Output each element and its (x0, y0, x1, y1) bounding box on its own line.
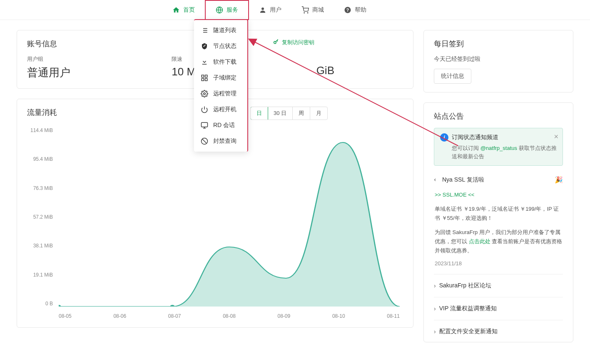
svg-rect-13 (205, 75, 207, 77)
chevron-right-icon: › (434, 305, 436, 312)
info-body: 您可以订阅 @natfrp_status 获取节点状态推送和最新公告 (440, 144, 557, 160)
copy-access-key[interactable]: 复制访问密钥 (273, 38, 314, 46)
close-icon[interactable]: × (554, 132, 558, 141)
globe-icon (216, 6, 223, 14)
nav-home-label: 首页 (183, 6, 195, 14)
dd-subdomain-bind[interactable]: 子域绑定 (194, 70, 247, 86)
nav-services[interactable]: 服务 (205, 0, 249, 20)
dd-ban-query[interactable]: 封禁查询 (194, 133, 247, 149)
nav-users[interactable]: 用户 (249, 0, 291, 20)
dd-remote-poweron[interactable]: 远程开机 (194, 102, 247, 117)
range-30day[interactable]: 30 日 (268, 107, 293, 120)
chart-x-axis: 08-05 08-06 08-07 08-08 08-09 08-10 08-1… (59, 313, 400, 319)
shield-icon (201, 42, 208, 50)
sslmoe-link[interactable]: SSL.MOE (443, 192, 467, 198)
group-label: 用户组 (27, 55, 172, 63)
ban-icon (201, 137, 208, 145)
signin-text: 今天已经签到过啦 (434, 55, 563, 63)
dd-remote-manage[interactable]: 远程管理 (194, 86, 247, 102)
traffic-hidden-label (316, 55, 403, 62)
range-day[interactable]: 日 (250, 107, 268, 120)
svg-point-25 (170, 305, 175, 307)
nav-shop[interactable]: 商城 (291, 0, 334, 20)
home-icon (172, 6, 180, 14)
svg-point-3 (307, 12, 308, 13)
signin-title: 每日签到 (434, 39, 563, 49)
announcement-item-vip[interactable]: ›VIP 流量权益调整通知 (434, 301, 563, 317)
info-icon: i (440, 133, 448, 142)
help-icon: ? (344, 6, 351, 14)
domain-icon (201, 74, 208, 82)
top-nav: 首页 服务 用户 商城 ? 帮助 (0, 0, 590, 20)
gear-icon (201, 90, 208, 97)
chevron-right-icon: › (434, 282, 436, 289)
chevron-down-icon: ⌄ (433, 177, 440, 182)
range-month[interactable]: 月 (310, 107, 327, 120)
signin-stats-button[interactable]: 统计信息 (434, 69, 471, 84)
announcement-item-ssl[interactable]: ⌄ Nya SSL 复活啦 🎉 (434, 172, 563, 188)
dd-tunnel-list[interactable]: 隧道列表 (194, 22, 247, 38)
nav-shop-label: 商城 (312, 6, 324, 14)
svg-rect-17 (202, 122, 208, 127)
nav-services-label: 服务 (227, 6, 238, 14)
chart-range-buttons: 日 30 日 周 月 (250, 107, 328, 120)
svg-point-23 (274, 41, 276, 43)
nav-home[interactable]: 首页 (162, 0, 205, 20)
chevron-right-icon: › (434, 328, 436, 335)
svg-point-24 (59, 305, 61, 307)
power-icon (201, 106, 208, 113)
key-icon (273, 38, 279, 46)
announcement-body-ssl: >> SSL.MOE << 单域名证书 ￥19.9/年，泛域名证书 ￥199/年… (434, 188, 563, 271)
svg-point-16 (204, 93, 206, 95)
svg-text:?: ? (346, 7, 349, 12)
svg-rect-14 (202, 79, 204, 81)
svg-point-1 (261, 7, 264, 10)
monitor-icon (201, 122, 208, 129)
click-here-link[interactable]: 点击此处 (469, 238, 490, 244)
chart-plot (59, 127, 400, 307)
chart-area: 114.4 MiB 95.4 MiB 76.3 MiB 57.2 MiB 38.… (27, 127, 403, 319)
chart-y-axis: 114.4 MiB 95.4 MiB 76.3 MiB 57.2 MiB 38.… (27, 127, 56, 307)
dd-node-status[interactable]: 节点状态 (194, 38, 247, 54)
nav-help-label: 帮助 (355, 6, 366, 14)
nav-help[interactable]: ? 帮助 (334, 0, 376, 20)
list-icon (201, 27, 208, 34)
cart-icon (301, 6, 309, 14)
subscribe-info-box: × i 订阅状态通知频道 您可以订阅 @natfrp_status 获取节点状态… (434, 128, 563, 166)
announcement-title: 站点公告 (434, 111, 563, 121)
range-week[interactable]: 周 (293, 107, 310, 120)
services-dropdown: 隧道列表 节点状态 软件下载 子域绑定 远程管理 远程开机 RD 会话 封禁查询 (194, 19, 248, 152)
traffic-unit: GiB (316, 64, 403, 77)
dd-rd-session[interactable]: RD 会话 (194, 117, 247, 133)
announcement-card: 站点公告 × i 订阅状态通知频道 您可以订阅 @natfrp_status 获… (423, 102, 573, 342)
download-icon (201, 58, 208, 66)
group-value: 普通用户 (27, 65, 172, 80)
announcement-item-forum[interactable]: ›SakuraFrp 社区论坛 (434, 278, 563, 294)
svg-point-2 (304, 12, 305, 13)
dd-software-download[interactable]: 软件下载 (194, 54, 247, 70)
svg-line-21 (202, 139, 207, 144)
nav-users-label: 用户 (270, 6, 281, 14)
natfrp-status-link[interactable]: @natfrp_status (480, 145, 517, 151)
svg-rect-15 (205, 79, 207, 81)
svg-rect-12 (202, 75, 204, 77)
party-icon: 🎉 (555, 176, 563, 184)
signin-card: 每日签到 今天已经签到过啦 统计信息 (423, 30, 573, 92)
announcement-item-config[interactable]: ›配置文件安全更新通知 (434, 324, 563, 339)
user-icon (259, 6, 266, 14)
